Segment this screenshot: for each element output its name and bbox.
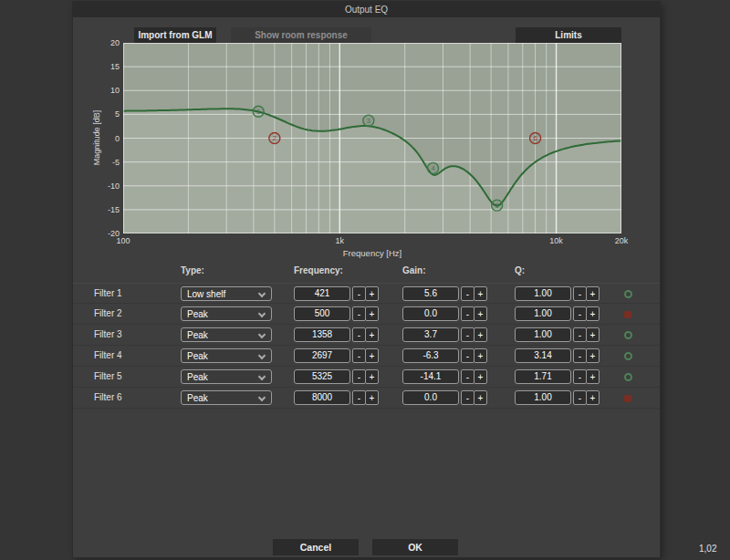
gain-increment-button[interactable]: + [474,369,487,384]
frequency-increment-button[interactable]: + [365,286,379,301]
corner-version-text: 1,02 [699,544,716,554]
column-header-gain: Gain: [402,265,426,275]
q-input[interactable]: 1.00 [515,286,571,301]
frequency-increment-button[interactable]: + [365,348,379,363]
q-increment-button[interactable]: + [586,286,600,301]
filter-row-1: Filter 1 Low shelf 421 - + 5.6 - + 1.00 … [73,283,660,304]
frequency-decrement-button[interactable]: - [352,348,366,363]
filter-status-indicator[interactable] [624,311,631,318]
filter-label: Filter 6 [94,392,122,402]
x-tick-label: 20k [606,236,637,245]
q-increment-button[interactable]: + [586,306,600,321]
eq-plot-svg[interactable]: 123456 [123,43,621,233]
gain-input[interactable]: 5.6 [402,286,459,301]
q-input[interactable]: 3.14 [515,348,571,363]
filter-label: Filter 4 [94,350,122,360]
filter-type-value: Peak [187,350,208,362]
filter-type-select[interactable]: Peak [181,327,272,342]
filter-row-2: Filter 2 Peak 500 - + 0.0 - + 1.00 - + [73,304,660,325]
chevron-down-icon [258,394,266,401]
frequency-decrement-button[interactable]: - [352,306,366,321]
filter-status-indicator[interactable] [624,352,632,360]
q-input[interactable]: 1.00 [515,306,571,321]
eq-response-chart[interactable]: 123456 [123,43,621,233]
filter-status-indicator[interactable] [624,290,632,298]
gain-input[interactable]: 0.0 [402,306,459,321]
show-room-response-button[interactable]: Show room response [231,27,371,43]
chevron-down-icon [258,310,266,317]
filter-row-6: Filter 6 Peak 8000 - + 0.0 - + 1.00 - + [73,388,660,409]
filter-type-select[interactable]: Peak [181,306,272,321]
eq-point-number: 3 [367,117,370,125]
frequency-input[interactable]: 5325 [294,369,350,384]
filter-type-select[interactable]: Peak [181,390,272,405]
gain-increment-button[interactable]: + [474,348,487,363]
dialog-title: Output EQ [73,2,660,17]
column-header-frequency: Frequency: [294,265,343,275]
q-increment-button[interactable]: + [586,327,600,342]
filter-status-indicator[interactable] [624,331,632,339]
frequency-input[interactable]: 2697 [294,348,350,363]
limits-button[interactable]: Limits [516,27,621,43]
q-increment-button[interactable]: + [586,348,600,363]
filter-type-value: Peak [187,371,208,383]
y-tick-label: 0 [89,134,120,143]
filter-row-3: Filter 3 Peak 1358 - + 3.7 - + 1.00 - + [73,325,660,346]
frequency-increment-button[interactable]: + [365,390,379,405]
frequency-decrement-button[interactable]: - [352,390,366,405]
filter-type-select[interactable]: Peak [181,348,272,363]
gain-input[interactable]: 3.7 [402,327,459,342]
frequency-increment-button[interactable]: + [365,327,379,342]
filter-status-indicator[interactable] [624,395,631,402]
q-decrement-button[interactable]: - [573,390,587,405]
frequency-input[interactable]: 421 [294,286,350,301]
gain-input[interactable]: 0.0 [402,390,459,405]
gain-increment-button[interactable]: + [474,327,487,342]
q-input[interactable]: 1.00 [515,390,571,405]
filter-row-5: Filter 5 Peak 5325 - + -14.1 - + 1.71 - … [73,367,660,388]
frequency-input[interactable]: 8000 [294,390,350,405]
q-increment-button[interactable]: + [586,390,600,405]
gain-decrement-button[interactable]: - [461,369,474,384]
gain-decrement-button[interactable]: - [461,390,474,405]
frequency-decrement-button[interactable]: - [352,369,366,384]
frequency-decrement-button[interactable]: - [352,286,366,301]
filter-type-value: Peak [187,308,208,320]
q-decrement-button[interactable]: - [573,286,587,301]
frequency-input[interactable]: 1358 [294,327,350,342]
y-tick-label: -15 [89,205,120,214]
q-increment-button[interactable]: + [586,369,600,384]
gain-increment-button[interactable]: + [474,286,487,301]
gain-increment-button[interactable]: + [474,390,487,405]
filter-type-select[interactable]: Low shelf [181,286,272,301]
frequency-increment-button[interactable]: + [365,306,379,321]
ok-button[interactable]: OK [372,539,458,555]
frequency-decrement-button[interactable]: - [352,327,366,342]
q-input[interactable]: 1.00 [515,327,571,342]
gain-decrement-button[interactable]: - [461,306,474,321]
q-decrement-button[interactable]: - [573,327,587,342]
chevron-down-icon [258,290,266,297]
q-decrement-button[interactable]: - [573,348,587,363]
output-eq-dialog: Output EQ Import from GLM Show room resp… [73,2,660,557]
gain-input[interactable]: -6.3 [402,348,459,363]
gain-input[interactable]: -14.1 [402,369,459,384]
q-decrement-button[interactable]: - [573,369,587,384]
q-decrement-button[interactable]: - [573,306,587,321]
filter-type-select[interactable]: Peak [181,369,272,384]
import-from-glm-button[interactable]: Import from GLM [134,27,216,43]
frequency-increment-button[interactable]: + [365,369,379,384]
gain-decrement-button[interactable]: - [461,286,474,301]
frequency-input[interactable]: 500 [294,306,350,321]
cancel-button[interactable]: Cancel [273,539,359,555]
eq-point-number: 5 [495,202,499,210]
x-axis-title: Frequency [Hz] [266,248,478,258]
x-tick-label: 1k [324,236,355,245]
gain-decrement-button[interactable]: - [461,348,474,363]
filter-row-4: Filter 4 Peak 2697 - + -6.3 - + 3.14 - + [73,346,660,367]
gain-increment-button[interactable]: + [474,306,487,321]
filter-status-indicator[interactable] [624,373,632,381]
y-tick-label: 5 [89,109,120,119]
q-input[interactable]: 1.71 [515,369,571,384]
gain-decrement-button[interactable]: - [461,327,474,342]
